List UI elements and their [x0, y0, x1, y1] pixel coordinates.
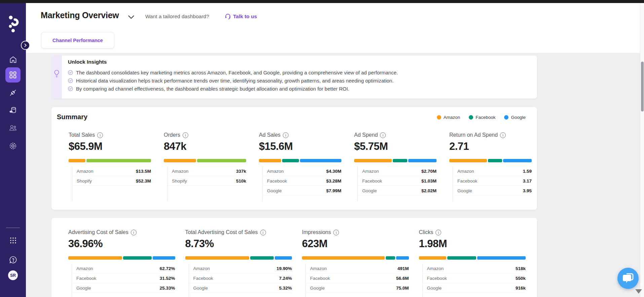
breakdown-channel: Amazon — [77, 169, 93, 174]
top-black-bar — [0, 0, 644, 3]
legend-label: Amazon — [444, 115, 460, 120]
check-circle-icon — [68, 86, 73, 91]
bar-segment-amazon — [185, 256, 250, 260]
breakdown-channel: Shopify — [172, 178, 187, 184]
apps-grid-icon[interactable] — [0, 237, 26, 244]
summary-metrics-grid: Total Sales i $65.9M Amazon$13.5MShopify… — [69, 132, 532, 201]
breakdown-value: 916k — [516, 286, 526, 291]
bar-segment-google — [275, 256, 292, 260]
insight-bullet: Historical data visualization helps trac… — [68, 77, 530, 84]
bar-segment-facebook — [386, 256, 395, 260]
sidebar-item-home[interactable] — [0, 56, 26, 64]
breakdown-channel: Amazon — [457, 169, 474, 174]
insights-accent-strip — [51, 56, 62, 99]
metric-value: $65.9M — [69, 140, 151, 153]
costs-metrics-grid: Advertising Cost of Sales i 36.96% Amazo… — [68, 229, 526, 297]
info-icon[interactable]: i — [131, 230, 137, 235]
breakdown-row: Google75.0M — [306, 283, 409, 293]
metric-card: Total Advertising Cost of Sales i 8.73% … — [185, 229, 292, 297]
breakdown-value: $13.5M — [136, 169, 151, 174]
metric-breakdown-table: Amazon337kShopify510k — [167, 166, 246, 201]
breakdown-channel: Facebook — [267, 178, 287, 184]
user-avatar[interactable]: SR — [8, 270, 18, 280]
sidebar-item-dashboards[interactable] — [0, 71, 26, 79]
breakdown-row: Facebook56.6M — [306, 273, 409, 283]
talk-to-us-link[interactable]: Talk to us — [233, 13, 257, 20]
bar-segment-amazon — [69, 159, 85, 162]
info-icon[interactable]: i — [260, 230, 266, 235]
metric-card: Ad Spend i $5.75M Amazon$2.70MFacebook$1… — [354, 132, 437, 201]
scroll-down-arrow-icon[interactable] — [635, 289, 642, 294]
breakdown-value: 7.24% — [279, 276, 292, 281]
bar-segment-google — [300, 159, 341, 162]
sidebar-item-data-sources[interactable] — [0, 106, 26, 114]
breakdown-row: Facebook31.52% — [72, 273, 175, 283]
insights-title: Unlock Insights — [68, 59, 530, 65]
info-icon[interactable]: i — [333, 230, 339, 235]
sidebar: SR — [0, 3, 26, 297]
breakdown-row: Amazon19.90% — [189, 264, 292, 273]
bar-segment-facebook — [250, 256, 273, 260]
breakdown-channel: Facebook — [310, 276, 330, 281]
help-icon[interactable] — [0, 256, 26, 264]
metric-breakdown-table: Amazon$13.5MShopify$52.3M — [72, 166, 151, 201]
breakdown-channel: Amazon — [76, 266, 93, 271]
info-icon[interactable]: i — [283, 132, 289, 138]
breakdown-value: 518k — [516, 266, 526, 271]
scrollbar-thumb[interactable] — [641, 62, 644, 111]
breakdown-row: Amazon491M — [306, 264, 409, 273]
sidebar-item-settings[interactable] — [0, 142, 26, 150]
channel-legend: Amazon Facebook Google — [437, 115, 526, 120]
channel-stacked-bar — [449, 159, 532, 162]
facebook-legend-dot — [469, 115, 473, 120]
metric-card: Orders i 847k Amazon337kShopify510k — [164, 132, 246, 201]
sidebar-item-connections[interactable] — [0, 89, 26, 97]
legend-item-amazon[interactable]: Amazon — [437, 115, 460, 120]
bar-segment-google — [153, 256, 175, 260]
breakdown-channel: Amazon — [310, 266, 327, 271]
metric-value: 2.71 — [449, 140, 532, 153]
tab-channel-performance[interactable]: Channel Performance — [41, 32, 114, 48]
headset-icon[interactable] — [225, 13, 231, 21]
info-icon[interactable]: i — [500, 132, 506, 138]
info-icon[interactable]: i — [183, 132, 188, 138]
bar-segment-google — [396, 256, 409, 260]
sidebar-item-team[interactable] — [0, 124, 26, 132]
info-icon[interactable]: i — [435, 230, 441, 235]
legend-label: Google — [511, 115, 526, 120]
breakdown-value: 510k — [236, 178, 246, 184]
metric-label: Total Sales — [69, 132, 95, 138]
breakdown-row: Google916k — [423, 283, 526, 293]
metric-value: 847k — [164, 140, 246, 153]
google-legend-dot — [504, 115, 508, 120]
summary-card: Summary Amazon Facebook Google Total Sal… — [51, 107, 537, 210]
metric-label: Orders — [164, 132, 180, 138]
costs-card: Advertising Cost of Sales i 36.96% Amazo… — [51, 218, 537, 297]
metric-card: Total Sales i $65.9M Amazon$13.5MShopify… — [69, 132, 151, 201]
breakdown-channel: Facebook — [76, 276, 96, 281]
dashboard-dropdown-chevron-icon[interactable] — [128, 14, 135, 21]
insight-bullet: The dashboard consolidates key marketing… — [68, 69, 530, 76]
info-icon[interactable]: i — [97, 132, 103, 138]
channel-stacked-bar — [419, 256, 526, 260]
breakdown-value: $7.99M — [326, 188, 341, 193]
sidebar-expand-button[interactable] — [21, 41, 30, 50]
bar-segment-facebook — [447, 256, 476, 260]
legend-item-facebook[interactable]: Facebook — [469, 115, 495, 120]
metric-label: Impressions — [302, 229, 331, 235]
metric-value: $15.6M — [259, 140, 341, 153]
vertical-scrollbar[interactable] — [640, 3, 644, 297]
breakdown-row: Google5.32% — [189, 283, 292, 293]
legend-item-google[interactable]: Google — [504, 115, 526, 120]
breakdown-channel: Amazon — [267, 169, 284, 174]
info-icon[interactable]: i — [380, 132, 386, 138]
bar-segment-amazon — [164, 159, 196, 162]
breakdown-value: $52.3M — [136, 178, 151, 184]
metric-label: Ad Spend — [354, 132, 378, 138]
chat-widget-button[interactable] — [617, 268, 639, 289]
chat-bubbles-icon — [622, 273, 634, 284]
metric-breakdown-table: Amazon518kFacebook550kGoogle916k — [422, 264, 526, 297]
breakdown-value: 550k — [516, 276, 526, 281]
breakdown-channel: Amazon — [193, 266, 210, 271]
channel-stacked-bar — [354, 159, 437, 162]
